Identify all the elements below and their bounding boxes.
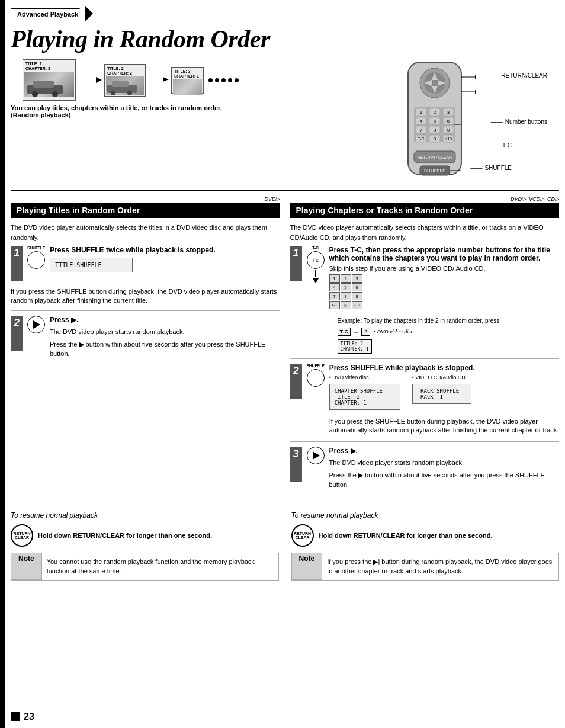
step2-note-right: If you press the SHUFFLE button during p… [329,417,559,435]
step1-title-left: Press SHUFFLE twice while playback is st… [50,246,280,254]
dots-line [208,78,239,82]
key-4: 4 [329,283,340,291]
content-area: Advanced Playback Playing in Random Orde… [11,0,559,581]
svg-text:6: 6 [447,118,450,124]
note-inner-right: Note If you press the ▶| button during r… [292,553,559,580]
label-number-buttons: ——Number buttons [491,118,547,125]
caption-main: You can play titles, chapters within a t… [11,104,393,118]
dvd-tag-left: DVD▷ [11,196,280,202]
step2-note2-left: Press the ▶ button within about five sec… [50,340,280,358]
tc-down-triangle [313,278,319,283]
tc-icon: T-C [307,251,325,269]
step3-content-right: Press ▶. The DVD video player starts ran… [329,447,560,489]
section-left-body: The DVD video player automatically selec… [11,223,280,242]
play-icon-right [307,447,325,464]
breadcrumb-tab: Advanced Playback [11,8,86,20]
arrow-1 [78,74,102,86]
step-right-2: 2 SHUFFLE Press SHUFFLE while playback i… [290,364,560,435]
section-right: DVD▷ VCD▷ CD▷ Playing Chapters or Tracks… [285,196,560,495]
disc-frame-2: TITLE: 2CHAPTER: 2 [104,64,146,97]
vcd-screen-area: • VIDEO CD/Audio CD TRACK SHUFFLE TRACK:… [412,374,471,413]
step3-title-right: Press ▶. [329,447,560,455]
step-right-1: 1 T-C T-C Press T-C, then press the appr… [290,246,560,312]
key-tc: T-C [329,301,340,309]
dot-4 [228,78,232,82]
divider-right-2 [290,441,560,442]
step-badge-1: 1 [11,246,23,281]
shuffle-icon-right-2 [307,369,325,387]
divider-right-1 [290,358,560,359]
key-plus10: +10 [352,301,362,309]
svg-text:5: 5 [434,118,436,124]
dot-2 [215,78,219,82]
section-left: DVD▷ Playing Titles in Random Order The … [11,196,285,495]
step-badge-r3: 3 [290,447,302,482]
svg-point-6 [111,91,115,95]
svg-text:3: 3 [447,110,450,115]
label-tc: ——T-C [488,142,512,149]
disc-frame-3: TITLE: 3CHAPTER: 1 [171,67,204,94]
note-section-left: Note You cannot use the random playback … [11,553,279,581]
key-8: 8 [341,292,351,300]
breadcrumb-arrow [85,6,93,21]
page-number-area: 23 [11,711,34,722]
note-header-right: Note [292,553,323,580]
return-clear-icon-right: RETURN CLEAR [291,524,314,547]
breadcrumb-label: Advanced Playback [17,11,78,18]
step-badge-2: 2 [11,316,23,351]
return-clear-icon-left: RETURN CLEAR [11,524,33,547]
dvd-label-example: • DVD video disc [374,329,413,335]
svg-point-7 [127,91,132,95]
step2-note1-left: The DVD video player starts random playb… [50,328,280,336]
key-9: 9 [352,292,362,300]
svg-rect-1 [33,81,54,88]
bottom-section: To resume normal playback RETURN CLEAR H… [11,505,559,581]
step-badge-r2: 2 [290,364,302,399]
resume-title-left: To resume normal playback [11,511,279,519]
step-left-1: 1 SHUFFLE Press SHUFFLE twice while play… [11,246,280,281]
arrow-svg-1 [78,74,102,86]
top-illustration: TITLE: 1CHAPTER: 3 [11,59,393,118]
svg-text:9: 9 [447,127,450,133]
disc-illustration: TITLE: 1CHAPTER: 3 [23,59,393,101]
note-section-right: Note If you press the ▶| button during r… [291,553,560,581]
dvd-tag-right: DVD▷ VCD▷ CD▷ [290,196,560,202]
play-icon-left [27,316,45,333]
shuffle-icon-left-1 [27,251,45,269]
resume-step-right: RETURN CLEAR Hold down RETURN/CLEAR for … [291,524,560,547]
remote-svg: 1 2 3 4 5 6 [393,59,476,184]
step2-title-right: Press SHUFFLE while playback is stopped. [329,364,559,372]
page-num-square [11,712,20,721]
resume-title-right: To resume normal playback [291,511,560,519]
car-svg-2 [106,78,144,95]
page-wrapper: Advanced Playback Playing in Random Orde… [0,0,565,728]
disc-frame-1: TITLE: 1CHAPTER: 3 [23,59,76,101]
skip-text: Skip this step if you are using a VIDEO … [329,265,560,272]
resume-col-right: To resume normal playback RETURN CLEAR H… [285,511,560,581]
step2-icon-right: SHUFFLE [307,364,325,387]
remote-section: 1 2 3 4 5 6 [393,59,559,185]
step3-note1-right: The DVD video player starts random playb… [329,458,560,467]
label-return-clear: ——RETURN/CLEAR [487,72,547,79]
key-1: 1 [329,274,340,283]
step3-icon-right [307,447,325,464]
svg-text:8: 8 [434,127,436,133]
resume-text-right: Hold down RETURN/CLEAR for longer than o… [319,532,560,539]
svg-marker-18 [475,90,476,94]
vcd-screen-box: TRACK SHUFFLE TRACK: 1 [412,384,471,404]
arrow-2 [148,75,169,86]
dvd-screen-box: CHAPTER SHUFFLE TITLE: 2 CHAPTER: 1 [329,384,400,410]
note-header-left: Note [11,553,42,580]
step1-note-left: If you press the SHUFFLE button during p… [11,287,280,306]
step2-icon-left [27,316,45,333]
resume-col-left: To resume normal playback RETURN CLEAR H… [11,511,279,581]
step2-content-right: Press SHUFFLE while playback is stopped.… [329,364,559,435]
step-left-2: 2 Press ▶. The DVD video player starts r… [11,316,280,358]
title-display-box: TITLE: 2 CHAPTER: 1 [338,339,372,354]
key-3: 3 [352,274,362,283]
page-number: 23 [24,711,34,722]
dot-3 [221,78,226,82]
step1-icon-right: T-C T-C [307,246,325,283]
resume-text-left: Hold down RETURN/CLEAR for longer than o… [38,532,279,539]
tc-formula: T-C → 2 [338,328,371,336]
